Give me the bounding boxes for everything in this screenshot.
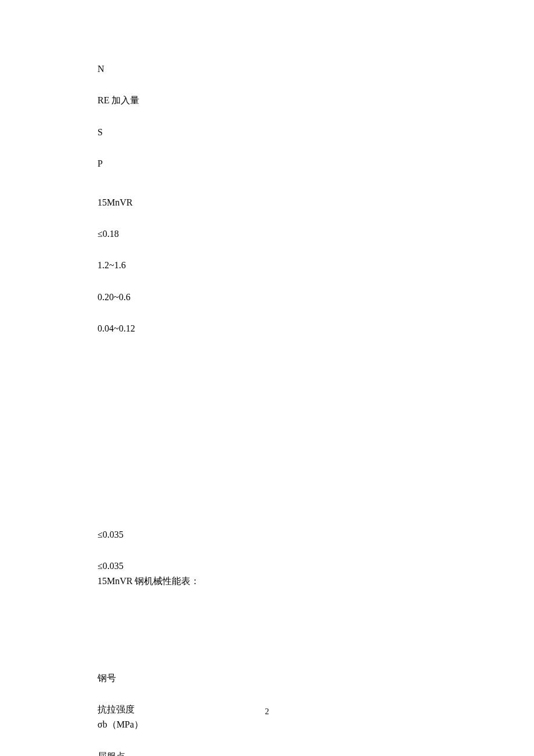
section-title: 15MnVR 钢机械性能表：	[98, 575, 534, 588]
page-number: 2	[0, 706, 534, 718]
text-line: N	[98, 63, 534, 75]
text-line: 1.2~1.6	[98, 259, 534, 272]
text-line: 屈服点	[98, 750, 534, 756]
text-line: ≤0.18	[98, 228, 534, 240]
text-line: ≤0.035	[98, 560, 534, 573]
text-line: RE 加入量	[98, 94, 534, 107]
text-line: 0.04~0.12	[98, 322, 534, 335]
text-line: σb（MPa）	[98, 718, 534, 731]
text-line: 15MnVR	[98, 196, 534, 209]
document-page: N RE 加入量 S P 15MnVR ≤0.18 1.2~1.6 0.20~0…	[0, 0, 534, 756]
text-line: 钢号	[98, 672, 534, 685]
text-line: P	[98, 157, 534, 170]
text-line: S	[98, 126, 534, 139]
text-line: 0.20~0.6	[98, 291, 534, 304]
text-line: ≤0.035	[98, 528, 534, 541]
